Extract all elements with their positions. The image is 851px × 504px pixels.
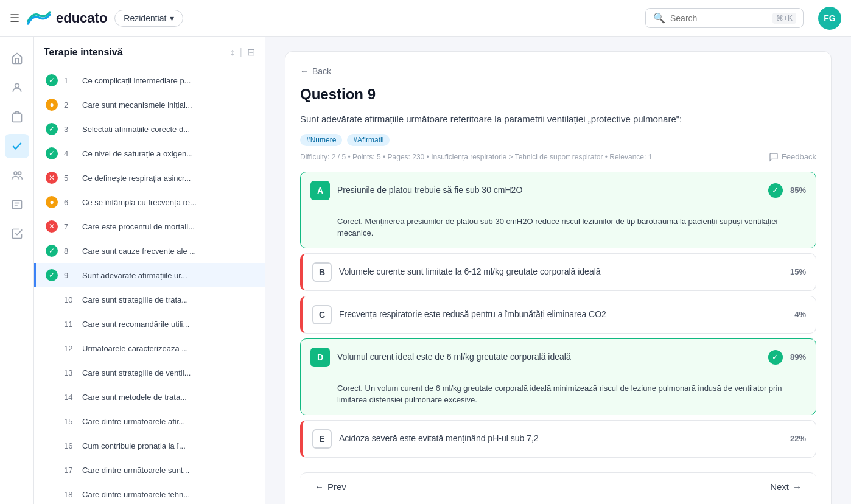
logo-icon (27, 9, 51, 27)
answer-row: E Acidoza severă este evitată menținând … (303, 421, 816, 457)
status-icon-none (46, 318, 58, 330)
sidebar-item-4[interactable]: ✓ 4 Ce nivel de saturație a oxigen... (34, 141, 265, 166)
chevron-down-icon: ▾ (170, 13, 174, 23)
sidebar-item-people[interactable] (5, 75, 29, 100)
sidebar-item-15[interactable]: 15 Care dintre următoarele afir... (34, 409, 265, 433)
answer-card-e[interactable]: E Acidoza severă este evitată menținând … (300, 420, 816, 458)
prev-label: Prev (327, 481, 346, 492)
item-number: 12 (64, 344, 76, 353)
answer-percentage: 85% (790, 186, 806, 195)
badge-button[interactable]: Rezidentiat ▾ (114, 10, 183, 27)
feedback-label: Feedback (782, 152, 816, 161)
status-icon-green: ✓ (46, 269, 58, 281)
sidebar-item-3[interactable]: ✓ 3 Selectați afirmațiile corecte d... (34, 117, 265, 141)
answer-percentage: 4% (794, 310, 806, 319)
sidebar-item-tasks[interactable] (5, 222, 29, 246)
next-button[interactable]: Next → (770, 481, 802, 492)
sort-icon[interactable]: ↕ (230, 47, 235, 58)
sidebar-item-11[interactable]: 11 Care sunt recomandările utili... (34, 312, 265, 336)
sidebar-item-5[interactable]: ✕ 5 Ce definește respirația asincr... (34, 166, 265, 190)
sidebar-item-12[interactable]: 12 Următoarele caracterizează ... (34, 336, 265, 360)
answer-card-b[interactable]: B Volumele curente sunt limitate la 6-12… (300, 253, 816, 291)
sidebar: Terapie intensivă ↕ | ⊟ ✓ 1 Ce complicaț… (34, 37, 265, 504)
item-label: Care dintre următoarele afir... (82, 417, 255, 426)
sidebar-item-users[interactable] (5, 163, 29, 187)
item-label: Care dintre următoarele sunt... (82, 466, 255, 475)
answer-text: Frecvența respiratorie este redusă pentr… (339, 309, 787, 321)
content-card: ← Back Question 9 Sunt adevărate afirmaț… (285, 51, 832, 504)
sidebar-header: Terapie intensivă ↕ | ⊟ (34, 37, 265, 68)
next-label: Next (770, 481, 789, 492)
item-label: Ce se întâmplă cu frecvența re... (82, 198, 255, 207)
sidebar-item-6[interactable]: ● 6 Ce se întâmplă cu frecvența re... (34, 190, 265, 214)
item-label: Care dintre următoarele tehn... (82, 490, 255, 499)
answer-percentage: 22% (790, 434, 806, 443)
item-number: 5 (64, 173, 76, 183)
status-icon-none (46, 415, 58, 427)
logo[interactable]: educato (27, 9, 107, 27)
item-number: 6 (64, 198, 76, 207)
answer-letter: E (312, 429, 332, 449)
menu-icon[interactable]: ☰ (10, 12, 19, 25)
sidebar-item-14[interactable]: 14 Care sunt metodele de trata... (34, 385, 265, 409)
answer-text: Presiunile de platou trebuie să fie sub … (337, 184, 761, 197)
status-icon-none (46, 488, 58, 500)
item-number: 1 (64, 76, 76, 85)
nav-bar: ← Prev Next → (300, 472, 816, 500)
answer-card-c[interactable]: C Frecvența respiratorie este redusă pen… (300, 296, 816, 334)
status-icon-none (46, 366, 58, 379)
item-label: Care este procentul de mortali... (82, 222, 255, 231)
answer-card-d[interactable]: D Volumul curent ideal este de 6 ml/kg g… (300, 338, 816, 415)
back-button[interactable]: ← Back (300, 66, 816, 76)
meta-text: Difficulty: 2 / 5 • Points: 5 • Pages: 2… (300, 153, 652, 161)
answer-card-a[interactable]: A Presiunile de platou trebuie să fie su… (300, 172, 816, 248)
status-icon-none (46, 293, 58, 306)
sidebar-item-9[interactable]: ✓ 9 Sunt adevărate afirmațiile ur... (34, 263, 265, 287)
status-icon-green: ✓ (46, 123, 58, 135)
filter-icon[interactable]: ⊟ (247, 46, 255, 58)
item-label: Care sunt strategiile de trata... (82, 295, 255, 304)
item-label: Care sunt metodele de trata... (82, 393, 255, 402)
answer-row: C Frecvența respiratorie este redusă pen… (303, 296, 816, 333)
sidebar-item-17[interactable]: 17 Care dintre următoarele sunt... (34, 458, 265, 482)
item-label: Sunt adevărate afirmațiile ur... (82, 271, 255, 280)
sidebar-item-home[interactable] (5, 46, 29, 71)
icon-bar (0, 37, 34, 504)
item-number: 4 (64, 149, 76, 158)
answer-row: A Presiunile de platou trebuie să fie su… (301, 172, 816, 209)
sidebar-controls: ↕ | ⊟ (230, 46, 255, 58)
tags-container: #Numere#Afirmatii (300, 134, 816, 146)
sidebar-item-check[interactable] (5, 134, 29, 158)
arrow-right-icon: → (793, 481, 802, 492)
prev-button[interactable]: ← Prev (315, 481, 346, 492)
sidebar-item-18[interactable]: 18 Care dintre următoarele tehn... (34, 482, 265, 504)
sidebar-item-list[interactable] (5, 192, 29, 217)
item-label: Ce definește respirația asincr... (82, 173, 255, 183)
sidebar-item-clipboard[interactable] (5, 105, 29, 129)
sidebar-item-8[interactable]: ✓ 8 Care sunt cauze frecvente ale ... (34, 239, 265, 263)
search-input[interactable] (670, 13, 768, 23)
sidebar-item-1[interactable]: ✓ 1 Ce complicații intermediare p... (34, 68, 265, 93)
sidebar-item-16[interactable]: 16 Cum contribuie pronația la î... (34, 433, 265, 458)
sidebar-item-2[interactable]: ● 2 Care sunt mecanismele inițial... (34, 93, 265, 117)
item-number: 16 (64, 441, 76, 450)
feedback-button[interactable]: Feedback (769, 152, 816, 162)
item-label: Care sunt mecanismele inițial... (82, 100, 255, 110)
item-label: Care sunt strategiile de ventil... (82, 368, 255, 377)
search-icon: 🔍 (653, 12, 665, 24)
answer-letter: D (310, 348, 330, 367)
item-label: Care sunt cauze frecvente ale ... (82, 247, 255, 256)
item-label: Următoarele caracterizează ... (82, 344, 255, 353)
answer-text: Acidoza severă este evitată menținând pH… (339, 433, 783, 445)
status-icon-green: ✓ (46, 147, 58, 159)
sidebar-item-7[interactable]: ✕ 7 Care este procentul de mortali... (34, 214, 265, 239)
answer-letter: C (312, 305, 332, 324)
answer-explanation: Corect. Un volum curent de 6 ml/kg greut… (301, 376, 816, 415)
sidebar-item-13[interactable]: 13 Care sunt strategiile de ventil... (34, 360, 265, 385)
answer-percentage: 15% (790, 267, 806, 276)
svg-rect-1 (15, 112, 18, 114)
feedback-icon (769, 152, 779, 162)
svg-point-0 (15, 83, 19, 88)
sidebar-item-10[interactable]: 10 Care sunt strategiile de trata... (34, 287, 265, 312)
avatar[interactable]: FG (818, 7, 841, 30)
